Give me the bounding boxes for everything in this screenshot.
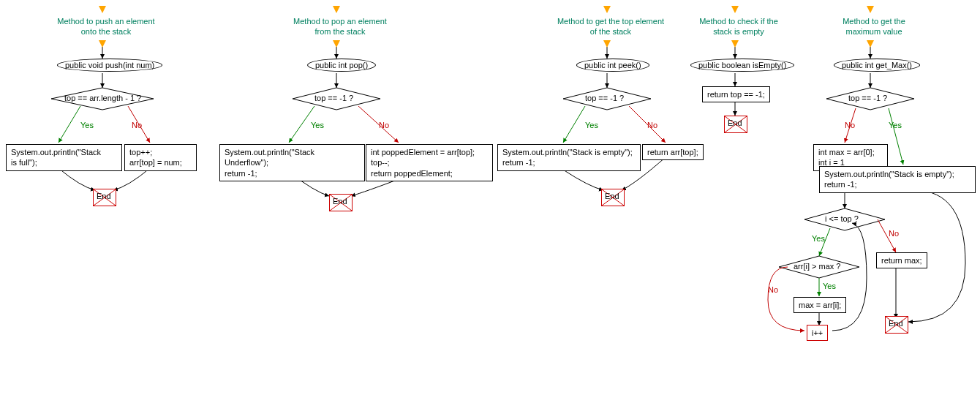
- no-process: return arr[top];: [642, 144, 704, 160]
- no-label: No: [647, 121, 657, 129]
- loop-condition: i <= top ?: [825, 214, 859, 223]
- yes-label: Yes: [812, 234, 825, 243]
- entry-arrow-icon: [867, 6, 874, 13]
- end-label: End: [97, 192, 111, 200]
- assign-process: max = arr[i];: [794, 297, 846, 313]
- chart-title: Method to get the top element of the sta…: [556, 16, 666, 37]
- decision-condition: top == -1 ?: [314, 94, 353, 102]
- no-process: int poppedElement = arr[top]; top--; ret…: [366, 144, 493, 181]
- yes-label: Yes: [889, 121, 902, 129]
- arrow-down-icon: [333, 40, 340, 48]
- no-label: No: [379, 121, 389, 129]
- end-label: End: [889, 319, 903, 328]
- yes-process: System.out.println("Stack is empty"); re…: [497, 144, 641, 171]
- return-process: return max;: [876, 252, 927, 268]
- no-label: No: [768, 285, 778, 294]
- chart-title: Method to push an element onto the stack: [51, 16, 161, 37]
- arrow-down-icon: [731, 40, 739, 48]
- end-label: End: [728, 118, 742, 127]
- chart-title: Method to pop an element from the stack: [285, 16, 395, 37]
- no-label: No: [132, 121, 142, 129]
- increment-process: i++: [807, 325, 828, 341]
- arrow-down-icon: [99, 40, 106, 48]
- chart-title: Method to get the maximum value: [830, 16, 918, 37]
- decision-condition: top == arr.length - 1 ?: [64, 94, 141, 102]
- entry-arrow-icon: [99, 6, 106, 13]
- end-label: End: [333, 197, 347, 206]
- end-label: End: [605, 192, 619, 200]
- arrow-down-icon: [603, 40, 611, 48]
- no-label: No: [889, 229, 899, 238]
- body-process: return top == -1;: [702, 86, 770, 102]
- start-terminal: public int pop(): [307, 59, 376, 72]
- start-terminal: public int get_Max(): [834, 59, 920, 72]
- yes-label: Yes: [585, 121, 598, 129]
- yes-process: System.out.println("Stack is full");: [6, 144, 122, 171]
- yes-process: System.out.println("Stack Underflow"); r…: [219, 144, 365, 181]
- yes-label: Yes: [311, 121, 324, 129]
- start-terminal: public boolean isEmpty(): [690, 59, 794, 72]
- entry-arrow-icon: [731, 6, 739, 13]
- decision-condition: top == -1 ?: [848, 94, 887, 102]
- entry-arrow-icon: [333, 6, 340, 13]
- yes-label: Yes: [80, 121, 94, 129]
- yes-label: Yes: [823, 282, 836, 290]
- entry-arrow-icon: [603, 6, 611, 13]
- chart-title: Method to check if the stack is empty: [695, 16, 783, 37]
- inner-condition: arr[i] > max ?: [794, 262, 841, 271]
- start-terminal: public int peek(): [576, 59, 649, 72]
- arrow-down-icon: [867, 40, 874, 48]
- decision-condition: top == -1 ?: [585, 94, 624, 102]
- no-label: No: [845, 121, 855, 129]
- no-process: top++; arr[top] = num;: [124, 144, 197, 171]
- empty-process: System.out.println("Stack is empty"); re…: [819, 166, 976, 193]
- start-terminal: public void push(int num): [57, 59, 162, 72]
